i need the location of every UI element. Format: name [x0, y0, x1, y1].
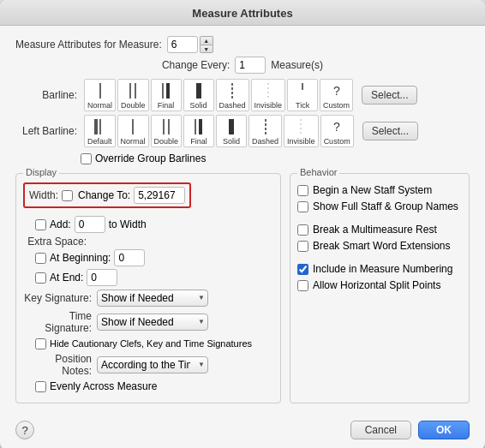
ok-button[interactable]: OK	[418, 421, 470, 439]
bottom-bar: ? Cancel OK	[0, 414, 485, 448]
left-barline-invisible[interactable]: Invisible	[284, 115, 319, 147]
key-signature-select[interactable]: Show if Needed Always Show Never Show	[97, 290, 208, 307]
override-row: Override Group Barlines	[81, 152, 470, 164]
time-signature-select[interactable]: Show if Needed Always Show Never Show	[97, 314, 208, 331]
behavior-panel-title: Behavior	[297, 167, 339, 177]
allow-horizontal-checkbox[interactable]	[297, 280, 308, 291]
width-label: Width:	[29, 189, 58, 201]
width-value-input[interactable]	[134, 187, 185, 204]
allow-horizontal-label: Allow Horizontal Split Points	[313, 279, 440, 291]
add-checkbox[interactable]	[35, 219, 46, 230]
action-buttons: Cancel OK	[350, 421, 470, 439]
behavior-panel: Behavior Begin a New Staff System Show F…	[290, 173, 470, 403]
left-barline-default[interactable]: Default	[84, 115, 116, 147]
barline-invisible-label: Invisible	[254, 101, 283, 110]
barline-final[interactable]: Final	[151, 79, 182, 111]
cancel-button[interactable]: Cancel	[350, 421, 411, 439]
left-barline-normal[interactable]: Normal	[117, 115, 149, 147]
svg-text:?: ?	[333, 84, 340, 98]
left-barline-solid[interactable]: Solid	[216, 115, 247, 147]
include-numbering-label: Include in Measure Numbering	[313, 263, 452, 275]
at-end-label: At End:	[50, 272, 83, 284]
break-multimeasure-checkbox[interactable]	[297, 224, 308, 236]
left-barline-select-btn[interactable]: Select...	[362, 122, 418, 140]
begin-new-staff-label: Begin a New Staff System	[313, 184, 432, 196]
left-barline-default-label: Default	[87, 137, 112, 146]
barline-dashed-label: Dashed	[219, 101, 246, 110]
svg-rect-4	[166, 83, 170, 99]
add-row: Add: to Width	[35, 216, 273, 233]
barline-tick[interactable]: Tick	[287, 79, 318, 111]
show-full-staff-row: Show Full Staff & Group Names	[297, 200, 462, 212]
evenly-checkbox[interactable]	[35, 381, 46, 392]
barline-double-label: Double	[121, 101, 146, 110]
barline-select-btn[interactable]: Select...	[362, 86, 417, 105]
override-checkbox[interactable]	[81, 153, 92, 164]
barline-normal-label: Normal	[87, 101, 112, 110]
stepper-up[interactable]: ▲	[200, 36, 213, 45]
break-multimeasure-row: Break a Multimeasure Rest	[297, 224, 462, 236]
barline-icons: Normal Double Final	[84, 79, 353, 111]
include-numbering-checkbox[interactable]	[297, 264, 308, 275]
key-signature-select-wrap: Show if Needed Always Show Never Show	[97, 290, 208, 307]
left-barline-final-label: Final	[190, 137, 207, 146]
svg-text:?: ?	[333, 120, 340, 134]
left-barline-dashed[interactable]: Dashed	[248, 115, 282, 147]
measures-label: Measure(s)	[271, 59, 323, 71]
barline-solid[interactable]: Solid	[183, 79, 214, 111]
measure-for-label: Measure Attributes for Measure:	[15, 39, 162, 51]
at-beginning-row: At Beginning:	[35, 249, 273, 266]
barline-dashed[interactable]: Dashed	[216, 79, 249, 111]
help-button[interactable]: ?	[15, 421, 34, 439]
evenly-label: Evenly Across Measure	[50, 380, 157, 392]
position-notes-label: Position Notes:	[23, 353, 92, 377]
position-notes-select-wrap: According to the Time Signature Evenly A…	[97, 356, 208, 373]
left-barline-custom-label: Custom	[324, 137, 350, 146]
left-barline-invisible-label: Invisible	[287, 137, 315, 146]
at-end-checkbox[interactable]	[35, 272, 46, 284]
barline-normal[interactable]: Normal	[84, 79, 116, 111]
at-beginning-input[interactable]	[114, 249, 145, 266]
time-signature-row: Time Signature: Show if Needed Always Sh…	[23, 310, 273, 334]
hide-cautionary-checkbox[interactable]	[35, 338, 46, 349]
break-smart-word-row: Break Smart Word Extensions	[297, 240, 462, 252]
to-width-label: to Width	[109, 218, 147, 230]
show-full-staff-checkbox[interactable]	[297, 201, 308, 212]
left-barline-custom[interactable]: ? Custom	[320, 115, 354, 147]
hide-cautionary-label: Hide Cautionary Clefs, Key and Time Sign…	[50, 337, 252, 349]
svg-rect-17	[229, 119, 234, 134]
left-barline-normal-label: Normal	[121, 137, 146, 146]
left-barline-double[interactable]: Double	[151, 115, 183, 147]
begin-new-staff-checkbox[interactable]	[297, 185, 308, 196]
at-end-row: At End:	[35, 269, 273, 286]
stepper-down[interactable]: ▼	[200, 45, 213, 53]
change-every-label: Change Every:	[162, 59, 230, 71]
measure-for-input[interactable]	[167, 36, 198, 53]
add-value-input[interactable]	[75, 216, 105, 233]
display-panel: Display Width: Change To: Add: to Width	[15, 173, 281, 403]
left-barline-final[interactable]: Final	[183, 115, 214, 147]
barline-solid-label: Solid	[190, 101, 207, 110]
svg-rect-5	[196, 83, 201, 99]
key-signature-label: Key Signature:	[23, 292, 92, 304]
extra-space-label: Extra Space:	[23, 236, 87, 248]
measure-for-stepper[interactable]: ▲ ▼	[200, 36, 213, 53]
barline-custom[interactable]: ? Custom	[320, 79, 353, 111]
at-end-input[interactable]	[87, 269, 117, 286]
barline-double[interactable]: Double	[117, 79, 149, 111]
evenly-row: Evenly Across Measure	[35, 380, 273, 392]
at-beginning-checkbox[interactable]	[35, 253, 46, 264]
change-to-checkbox[interactable]	[62, 190, 73, 201]
position-notes-select[interactable]: According to the Time Signature Evenly A…	[97, 356, 208, 373]
at-beginning-label: At Beginning:	[50, 252, 111, 264]
hide-cautionary-row: Hide Cautionary Clefs, Key and Time Sign…	[35, 337, 273, 349]
allow-horizontal-row: Allow Horizontal Split Points	[297, 279, 462, 291]
left-barline-dashed-label: Dashed	[252, 137, 278, 146]
left-barline-double-label: Double	[154, 137, 179, 146]
break-smart-word-checkbox[interactable]	[297, 241, 308, 252]
break-multimeasure-label: Break a Multimeasure Rest	[313, 224, 437, 236]
show-full-staff-label: Show Full Staff & Group Names	[313, 200, 458, 212]
barline-invisible[interactable]: Invisible	[251, 79, 286, 111]
time-signature-select-wrap: Show if Needed Always Show Never Show	[97, 314, 208, 331]
change-every-input[interactable]	[235, 57, 266, 74]
